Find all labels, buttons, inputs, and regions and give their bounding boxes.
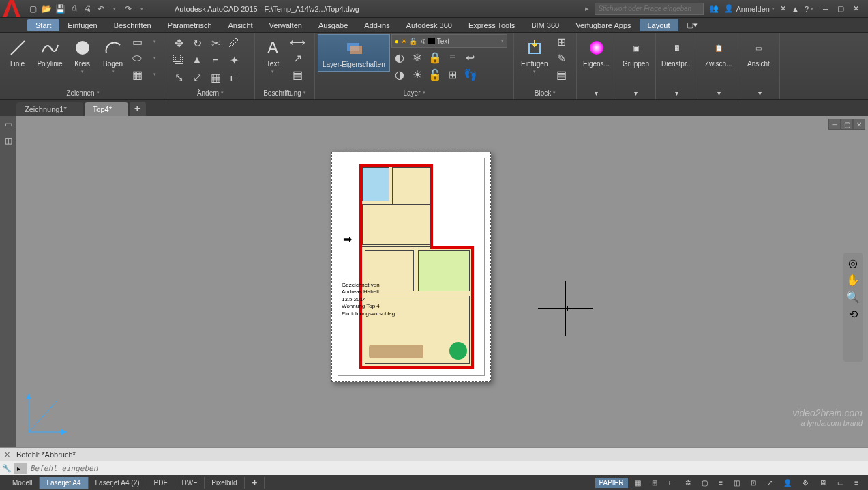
tab-addins[interactable]: Add-ins — [356, 19, 398, 31]
tab-parametrisch[interactable]: Parametrisch — [160, 19, 220, 31]
erase-icon[interactable]: 🖊 — [226, 35, 242, 51]
layout-tab-modell[interactable]: Modell — [5, 477, 40, 489]
move-icon[interactable]: ✥ — [170, 35, 187, 51]
signin-button[interactable]: 👤 Anmelden ▾ — [724, 4, 775, 13]
file-tab-new[interactable]: ✚ — [130, 102, 146, 116]
layer-lock-icon[interactable]: 🔒 — [427, 50, 443, 65]
tab-extra-icon[interactable]: ▢▾ — [678, 18, 706, 31]
exchange-icon[interactable]: ✕ — [780, 4, 786, 13]
layer-match-icon[interactable]: ≡ — [445, 50, 461, 65]
view-minimize-button[interactable]: ─ — [828, 119, 841, 130]
attr-icon[interactable]: ▤ — [553, 67, 569, 82]
offset-icon[interactable]: ⊏ — [226, 70, 242, 85]
cmdline-close-icon[interactable]: ✕ — [0, 450, 14, 459]
status-grid-icon[interactable]: ▦ — [631, 478, 645, 488]
tab-express[interactable]: Express Tools — [460, 19, 523, 31]
layout-tab-pixelbild[interactable]: Pixelbild — [205, 477, 244, 489]
viewport-tool2-icon[interactable]: ◫ — [0, 132, 16, 149]
properties-button[interactable]: Eigens... — [580, 34, 613, 70]
status-snap-icon[interactable]: ⊞ — [648, 478, 661, 488]
layout-tab-dwf[interactable]: DWF — [175, 477, 205, 489]
saveas-icon[interactable]: ⎙ — [68, 3, 79, 14]
close-button[interactable]: ✕ — [849, 3, 863, 14]
tab-einfuegen[interactable]: Einfügen — [59, 19, 105, 31]
layer-iso-icon[interactable]: ◑ — [391, 67, 408, 82]
layout-tab-laserjet2[interactable]: Laserjet A4 (2) — [89, 477, 147, 489]
insert-block-button[interactable]: Einfügen▾ — [517, 34, 552, 77]
create-block-icon[interactable]: ⊞ — [553, 34, 569, 49]
drawing-viewport[interactable]: ─ ▢ ✕ ➡ — [16, 116, 868, 447]
layer-freeze-icon[interactable]: ❄ — [409, 50, 425, 65]
explode-icon[interactable]: ✦ — [226, 53, 242, 68]
hatch-icon[interactable]: ▦ — [129, 67, 145, 82]
layout-tab-add[interactable]: ✚ — [245, 477, 265, 489]
status-qp-icon[interactable]: ⊡ — [747, 478, 760, 488]
status-sc-icon[interactable]: ⤢ — [763, 478, 777, 488]
tab-layout[interactable]: Layout — [640, 19, 678, 31]
mirror-icon[interactable]: ▲ — [189, 53, 205, 68]
ellipse-icon[interactable]: ⬭ — [129, 51, 145, 66]
layer-combo[interactable]: ●☀🔓🖨 Text ▾ — [391, 34, 507, 48]
copy-icon[interactable]: ⿻ — [170, 53, 187, 68]
status-ortho-icon[interactable]: ∟ — [664, 478, 679, 488]
utilities-button[interactable]: 🖩Dienstpr... — [659, 34, 695, 70]
scale-icon[interactable]: ⤢ — [189, 70, 205, 85]
status-osnap-icon[interactable]: ▢ — [698, 478, 712, 488]
tab-verwalten[interactable]: Verwalten — [261, 19, 310, 31]
help-search-input[interactable] — [595, 3, 704, 15]
layer-prev-icon[interactable]: ↩ — [462, 50, 479, 65]
new-icon[interactable]: ▢ — [27, 3, 38, 14]
dim-linear-icon[interactable]: ⟷ — [289, 34, 305, 49]
file-tab-zeichnung1[interactable]: Zeichnung1* — [16, 102, 83, 116]
fillet-icon[interactable]: ⌐ — [207, 53, 224, 68]
polyline-button[interactable]: Polylinie — [33, 34, 66, 70]
tab-beschriften[interactable]: Beschriften — [106, 19, 160, 31]
array-icon[interactable]: ▦ — [207, 70, 224, 85]
layer-properties-button[interactable]: Layer-Eigenschaften — [318, 34, 390, 72]
text-button[interactable]: AText▾ — [258, 34, 288, 77]
undo-drop-icon[interactable]: ▾ — [109, 3, 120, 14]
layout-tab-laserjet[interactable]: Laserjet A4 — [40, 477, 88, 489]
save-icon[interactable]: 💾 — [55, 3, 65, 14]
status-clean-icon[interactable]: ▭ — [833, 478, 848, 488]
open-icon[interactable]: 📂 — [41, 3, 52, 14]
arc-button[interactable]: Bogen▾ — [98, 34, 128, 77]
nav-orbit-icon[interactable]: ⟲ — [849, 308, 858, 321]
circle-button[interactable]: Kreis▾ — [68, 34, 97, 77]
plot-icon[interactable]: 🖨 — [82, 3, 93, 14]
clipboard-button[interactable]: 📋Zwisch... — [701, 34, 736, 70]
trim-icon[interactable]: ✂ — [207, 35, 224, 51]
tab-bim360[interactable]: BIM 360 — [523, 19, 567, 31]
tab-apps[interactable]: Verfügbare Apps — [567, 19, 639, 31]
view-close-button[interactable]: ✕ — [853, 119, 865, 130]
tab-start[interactable]: Start — [27, 19, 59, 31]
infocenter-icon[interactable]: 👥 — [709, 4, 719, 13]
status-polar-icon[interactable]: ✲ — [681, 478, 695, 488]
nav-wheel-icon[interactable]: ◎ — [848, 257, 858, 270]
help-icon[interactable]: ? ▾ — [805, 5, 813, 13]
edit-block-icon[interactable]: ✎ — [553, 51, 569, 66]
status-trans-icon[interactable]: ◫ — [730, 478, 744, 488]
status-paper-button[interactable]: PAPIER — [595, 478, 628, 488]
minimize-button[interactable]: ─ — [819, 3, 833, 14]
rect-icon[interactable]: ▭ — [129, 34, 145, 49]
status-lwt-icon[interactable]: ≡ — [715, 478, 727, 488]
nav-bar[interactable]: ◎ ✋ 🔍 ⟲ — [843, 253, 863, 362]
table-icon[interactable]: ▤ — [289, 67, 305, 82]
undo-icon[interactable]: ↶ — [95, 3, 106, 14]
layer-walk-icon[interactable]: 👣 — [462, 67, 479, 82]
stretch-icon[interactable]: ⤡ — [170, 70, 187, 85]
view-button[interactable]: ▭Ansicht — [743, 34, 774, 70]
nav-zoom-icon[interactable]: 🔍 — [846, 291, 860, 304]
a360-icon[interactable]: ▲ — [792, 5, 799, 13]
leader-icon[interactable]: ↗ — [289, 51, 305, 66]
tab-ansicht[interactable]: Ansicht — [220, 19, 261, 31]
nav-pan-icon[interactable]: ✋ — [846, 274, 860, 287]
rotate-icon[interactable]: ↻ — [189, 35, 205, 51]
groups-button[interactable]: ▣Gruppen — [619, 34, 653, 70]
file-tab-top4[interactable]: Top4* — [85, 102, 128, 116]
command-input[interactable] — [30, 464, 868, 473]
tab-ausgabe[interactable]: Ausgabe — [310, 19, 356, 31]
view-maximize-button[interactable]: ▢ — [841, 119, 853, 130]
redo-drop-icon[interactable]: ▾ — [136, 3, 147, 14]
